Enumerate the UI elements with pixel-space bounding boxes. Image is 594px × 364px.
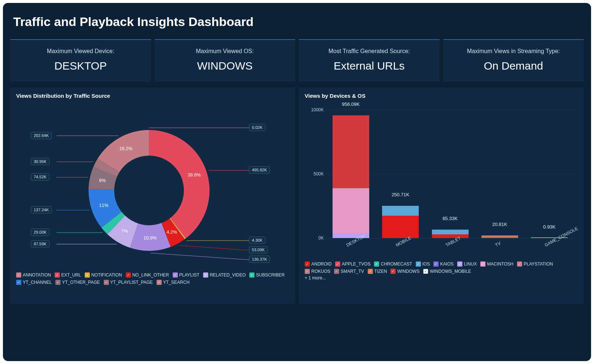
check-icon	[334, 269, 339, 274]
check-icon	[249, 272, 254, 278]
legend-item[interactable]: YT_OTHER_PAGE	[55, 280, 100, 285]
gridline	[326, 110, 574, 110]
legend-more[interactable]: + 1 more...	[305, 274, 578, 281]
panel-title: Views by Devices & OS	[305, 93, 578, 99]
kpi-label: Maximum Views in Streaming Type:	[447, 48, 580, 55]
check-icon	[368, 269, 373, 274]
donut-callout: 495.82K	[249, 166, 270, 174]
legend-item[interactable]: SUBSCRIBER	[249, 272, 285, 278]
donut-slice[interactable]	[149, 130, 210, 238]
bar-segment[interactable]	[333, 115, 369, 188]
legend-label: KAIOS	[440, 261, 454, 267]
kpi-label: Maximum Viewed Device:	[14, 48, 147, 55]
legend-item[interactable]: LINUX	[457, 261, 477, 267]
legend-item[interactable]: IOS	[416, 261, 430, 267]
check-icon	[423, 269, 428, 274]
kpi-card-source[interactable]: Most Traffic Generated Source: External …	[299, 39, 440, 82]
kpi-card-device[interactable]: Maximum Viewed Device: DESKTOP	[10, 39, 151, 82]
bar-total-label: 20.81K	[481, 222, 518, 229]
legend-label: YT_SEARCH	[163, 280, 190, 285]
legend-label: ANNOTATION	[23, 272, 51, 278]
legend-label: APPLE_TVOS	[342, 261, 370, 267]
legend-item[interactable]: PLAYLIST	[173, 272, 199, 278]
donut-chart[interactable]: 39.6%4.2%10.9%7%11%6%16.2%202.64K30.95K7…	[16, 103, 289, 271]
legend-item[interactable]: PLAYSTATION	[517, 261, 553, 267]
check-icon	[85, 272, 90, 278]
bar-segment[interactable]	[333, 188, 369, 233]
kpi-card-streaming[interactable]: Maximum Views in Streaming Type: On Dema…	[443, 39, 584, 82]
kpi-label: Most Traffic Generated Source:	[302, 48, 436, 55]
check-icon	[433, 261, 439, 267]
legend-item[interactable]: WINDOWS	[390, 269, 419, 274]
bar-column[interactable]	[382, 206, 419, 238]
legend-item[interactable]: APPLE_TVOS	[335, 261, 370, 267]
legend-label: IOS	[422, 261, 430, 267]
bar-column[interactable]	[333, 115, 369, 238]
legend-label: WINDOWS	[397, 269, 419, 274]
check-icon	[16, 272, 21, 278]
check-icon	[16, 280, 21, 285]
legend-item[interactable]: ROKUOS	[305, 269, 330, 274]
legend-label: SUBSCRIBER	[256, 272, 285, 278]
kpi-value: DESKTOP	[14, 60, 147, 72]
bar-segment[interactable]	[481, 237, 518, 238]
bar-column[interactable]	[432, 230, 469, 238]
legend-item[interactable]: ANNOTATION	[16, 272, 51, 278]
bar-segment[interactable]	[382, 216, 419, 238]
legend-label: YT_PLAYLIST_PAGE	[110, 280, 153, 285]
y-tick-label: 500K	[314, 171, 324, 177]
check-icon	[374, 261, 379, 267]
check-icon	[157, 280, 162, 285]
legend-label: MACINTOSH	[487, 261, 513, 267]
donut-callout: 136.37K	[249, 256, 270, 263]
legend-item[interactable]: NOTIFICATION	[85, 272, 122, 278]
legend-label: NOTIFICATION	[91, 272, 122, 278]
legend-item[interactable]: CHROMECAST	[374, 261, 412, 267]
kpi-label: Maximum Viewed OS:	[158, 48, 292, 55]
legend-item[interactable]: SMART_TV	[334, 269, 364, 274]
legend-label: ANDROID	[311, 261, 331, 267]
legend-label: LINUX	[464, 261, 477, 267]
donut-callout: 29.00K	[31, 229, 50, 236]
legend-label: EXT_URL	[61, 272, 81, 278]
check-icon	[203, 272, 208, 278]
legend-label: RELATED_VIDEO	[210, 272, 246, 278]
bar-segment[interactable]	[432, 234, 469, 238]
check-icon	[104, 280, 109, 285]
kpi-card-os[interactable]: Maximum Viewed OS: WINDOWS	[155, 39, 296, 82]
check-icon	[517, 261, 522, 267]
dashboard-root: Traffic and Playback Insights Dashboard …	[3, 3, 591, 361]
donut-callout: 53.09K	[249, 246, 268, 253]
check-icon	[480, 261, 485, 267]
bar-total-label: 0.93K	[531, 224, 568, 231]
donut-callout: 202.64K	[31, 132, 52, 139]
panel-traffic-source: Views Distribution by Traffic Source 39.…	[10, 88, 295, 304]
legend-item[interactable]: EXT_URL	[55, 272, 81, 278]
legend-item[interactable]: ANDROID	[305, 261, 331, 267]
bar-total-label: 250.71K	[382, 192, 419, 199]
donut-callout: 4.30K	[249, 237, 265, 244]
legend-item[interactable]: MACINTOSH	[480, 261, 513, 267]
legend-item[interactable]: KAIOS	[433, 261, 454, 267]
check-icon	[335, 261, 340, 267]
legend-label: YT_OTHER_PAGE	[62, 280, 100, 285]
page-title: Traffic and Playback Insights Dashboard	[3, 3, 591, 39]
x-tick-label: TV	[494, 241, 502, 248]
legend-label: WINDOWS_MOBILE	[430, 269, 471, 274]
bar-segment[interactable]	[382, 206, 419, 215]
bar-total-label: 65.33K	[432, 216, 469, 223]
bar-segment[interactable]	[432, 230, 469, 234]
bar-legend: ANDROIDAPPLE_TVOSCHROMECASTIOSKAIOSLINUX…	[305, 260, 578, 274]
legend-label: CHROMECAST	[381, 261, 412, 267]
legend-item[interactable]: RELATED_VIDEO	[203, 272, 246, 278]
legend-item[interactable]: YT_SEARCH	[157, 280, 190, 285]
y-tick-label: 1000K	[311, 107, 324, 112]
legend-item[interactable]: NO_LINK_OTHER	[126, 272, 169, 278]
kpi-value: WINDOWS	[158, 60, 292, 72]
legend-item[interactable]: YT_PLAYLIST_PAGE	[104, 280, 153, 285]
legend-item[interactable]: TIZEN	[368, 269, 387, 274]
legend-item[interactable]: YT_CHANNEL	[16, 280, 52, 285]
bar-chart[interactable]: 0K500K1000K956.09KDESKTOP250.71KMOBILE65…	[305, 103, 578, 260]
bar-column[interactable]	[481, 235, 518, 238]
legend-item[interactable]: WINDOWS_MOBILE	[423, 269, 471, 274]
